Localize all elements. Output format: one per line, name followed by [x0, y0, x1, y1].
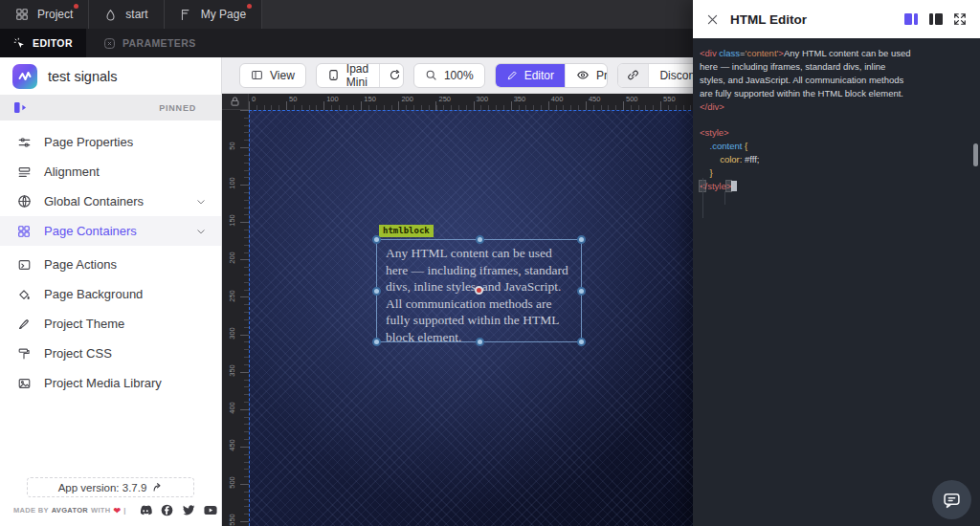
bucket-icon: [17, 288, 33, 301]
project-header: test signals: [0, 57, 221, 95]
code-scrollbar[interactable]: [973, 143, 978, 166]
expand-icon[interactable]: [953, 12, 967, 26]
sidebar-item-label: Global Containers: [44, 194, 144, 208]
resize-handle-ne[interactable]: [577, 235, 586, 244]
resize-handle-se[interactable]: [577, 338, 586, 346]
image-icon: [17, 377, 33, 390]
ruler-label: 100: [326, 95, 339, 103]
resize-handle-sw[interactable]: [372, 338, 381, 346]
layout-right-icon[interactable]: [928, 12, 944, 26]
unsaved-dot: [74, 4, 78, 9]
canvas-workspace: View Ipad Mini 100% Editor: [222, 57, 720, 526]
code-line: <style>: [700, 126, 980, 140]
tab-start[interactable]: start: [89, 0, 164, 29]
sidebar-footer: MADE BY AVGATOR WITH ❤ |: [0, 504, 221, 526]
code-editor[interactable]: <div class='content'>Any HTML content ca…: [693, 38, 980, 526]
discord-icon[interactable]: [139, 505, 152, 516]
preview-mode-button[interactable]: Preview: [566, 64, 608, 87]
code-lines: <div class='content'>Any HTML content ca…: [700, 47, 980, 193]
device-select[interactable]: Ipad Mini: [317, 64, 380, 87]
horizontal-ruler: 050100150200250300350400450500550: [249, 94, 720, 110]
chat-support-button[interactable]: [932, 480, 971, 519]
parameters-icon: [103, 37, 116, 50]
cursor-click-icon: [13, 37, 26, 50]
lock-icon: [230, 96, 240, 107]
editor-mode-button[interactable]: Editor: [496, 64, 566, 87]
tab-editor[interactable]: EDITOR: [0, 29, 86, 57]
sidebar-item-alignment[interactable]: Alignment: [0, 157, 221, 186]
avgator-logo: [12, 64, 37, 89]
brush-icon: [17, 318, 33, 331]
eye-icon: [576, 69, 590, 81]
sidebar-pin-toggle[interactable]: PINNED: [0, 95, 221, 121]
canvas-toolbar: View Ipad Mini 100% Editor: [222, 57, 720, 94]
tab-my-page[interactable]: My Page: [165, 0, 262, 29]
ruler-label: 200: [401, 95, 413, 103]
facebook-icon[interactable]: [161, 504, 173, 516]
ruler-label: 400: [228, 397, 236, 418]
ruler-label: 200: [228, 248, 236, 269]
code-line: here — including iframes, standard divs,…: [700, 60, 980, 74]
rotate-device-button[interactable]: [380, 64, 404, 87]
layout-left-icon[interactable]: [903, 12, 919, 26]
panel-actions: [903, 12, 967, 26]
sidebar-item-label: Page Properties: [44, 135, 133, 149]
sidebar-item-page-background[interactable]: Page Background: [0, 279, 221, 309]
zoom-button[interactable]: 100%: [413, 63, 485, 88]
resize-handle-e[interactable]: [577, 287, 586, 296]
ruler-label: 150: [364, 95, 376, 103]
youtube-icon[interactable]: [204, 505, 217, 515]
resize-handle-nw[interactable]: [372, 235, 381, 244]
code-line: color: #fff;: [700, 153, 980, 166]
sidebar-item-global-containers[interactable]: Global Containers: [0, 186, 221, 216]
view-window-icon: [251, 69, 263, 81]
code-line: <div class='content'>Any HTML content ca…: [700, 47, 980, 60]
sidebar-item-page-containers[interactable]: Page Containers: [0, 216, 221, 246]
selected-html-block[interactable]: htmlblock Any HTML content can be used h…: [376, 239, 582, 342]
sidebar-item-page-properties[interactable]: Page Properties: [0, 127, 221, 157]
sidebar-item-label: Page Containers: [44, 224, 137, 238]
link-status-button[interactable]: [618, 64, 649, 87]
ruler-label: 450: [589, 95, 601, 103]
view-button[interactable]: View: [239, 63, 306, 88]
link-icon: [627, 69, 639, 81]
block-tag-label: htmlblock: [379, 225, 434, 237]
unsaved-dot: [247, 4, 252, 9]
left-sidebar: test signals PINNED Page PropertiesAlign…: [0, 57, 222, 526]
tab-parameters[interactable]: PARAMETERS: [103, 37, 196, 50]
ruler-label: 300: [477, 95, 489, 103]
code-line: are fully supported within the HTML bloc…: [700, 87, 980, 100]
sidebar-item-page-actions[interactable]: Page Actions: [0, 250, 221, 279]
code-line: </div>: [700, 100, 980, 114]
sidebar-item-label: Page Actions: [44, 257, 117, 272]
chat-bubble-icon: [943, 492, 961, 509]
tab-label: start: [125, 8, 147, 21]
sidebar-item-project-theme[interactable]: Project Theme: [0, 309, 221, 339]
sidebar-item-project-media-library[interactable]: Project Media Library: [0, 368, 221, 398]
resize-handle-n[interactable]: [476, 235, 484, 244]
ruler-label: 550: [663, 95, 676, 103]
app-version-button[interactable]: App version: 3.7.9: [27, 477, 194, 497]
ruler-label: 500: [626, 95, 638, 103]
preview-mode-label: Preview: [596, 69, 608, 82]
project-name: test signals: [48, 69, 118, 84]
device-group: Ipad Mini: [316, 63, 404, 88]
sidebar-item-project-css[interactable]: Project CSS: [0, 339, 221, 368]
close-icon[interactable]: [706, 13, 719, 26]
panel-title: HTML Editor: [730, 12, 807, 27]
block-anchor-point[interactable]: [475, 286, 483, 295]
sidebar-item-label: Page Background: [44, 287, 143, 301]
pen-icon: [506, 70, 518, 81]
panel-pin-icon: [13, 101, 28, 114]
tab-label: My Page: [201, 8, 246, 21]
resize-handle-s[interactable]: [476, 338, 484, 346]
sidebar-item-label: Project Media Library: [44, 376, 162, 390]
resize-handle-w[interactable]: [372, 287, 381, 296]
twitter-icon[interactable]: [182, 505, 195, 516]
ruler-lock-button[interactable]: [222, 94, 249, 110]
ruler-label: 450: [228, 434, 236, 455]
ruler-label: 0: [252, 95, 256, 103]
heart-icon: ❤: [113, 506, 121, 515]
tab-project[interactable]: Project: [0, 0, 89, 29]
code-line: styles, and JavaScript. All communicatio…: [700, 74, 980, 87]
